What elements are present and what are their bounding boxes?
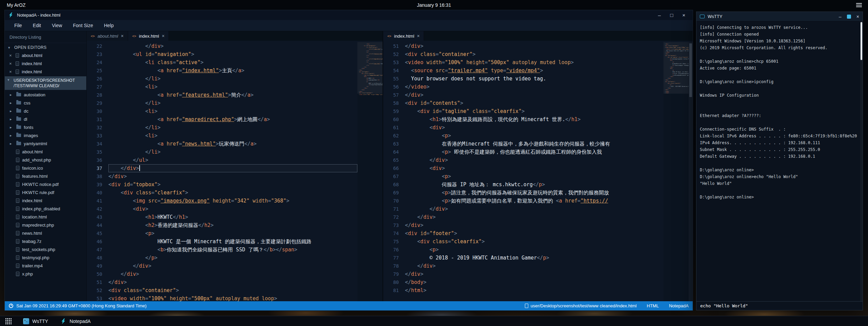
minimap-viewport[interactable] (663, 42, 689, 94)
code-line[interactable]: </div> (405, 213, 663, 221)
code-line[interactable]: </div> (108, 278, 357, 286)
tree-folder-yamlyamlml[interactable]: ▸yamlyamlml (5, 139, 86, 148)
code-line[interactable]: <p>請注意，我們的伺服器為確保玩家及遊玩時的質素，我們對的服務開放 (405, 189, 663, 197)
code-line[interactable]: <div class="clearfix"> (405, 237, 663, 246)
open-editor-item[interactable]: ×about.html (5, 51, 86, 59)
code-line[interactable]: <p> (405, 172, 663, 180)
code-line[interactable]: <h1>特別為建築及鐵路而設，現代化的 Minecraft 世界.</h1> (405, 115, 663, 123)
menu-file[interactable]: File (9, 23, 28, 28)
close-icon[interactable]: × (9, 69, 13, 74)
tree-file-x.php[interactable]: x.php (5, 270, 86, 278)
code-line[interactable]: </div> (108, 164, 357, 172)
tree-file-test_sockets.php[interactable]: test_sockets.php (5, 245, 86, 253)
tree-file-features.html[interactable]: features.html (5, 172, 86, 180)
code-line[interactable]: <p> (108, 229, 357, 237)
tree-folder-dc[interactable]: ▸dc (5, 107, 86, 115)
code-line[interactable]: © 2018 - 2019 HKWTC Animation Gamer</p> (405, 254, 663, 262)
code-line[interactable]: </div> (405, 42, 663, 50)
code-line[interactable]: <li> (108, 83, 357, 91)
aroz-menu-label[interactable]: My ArOZ (0, 2, 25, 8)
minimize-button[interactable]: – (839, 14, 842, 19)
tree-file-add_vhost.php[interactable]: add_vhost.php (5, 156, 86, 164)
code-line[interactable]: <div class="container"> (405, 50, 663, 58)
open-editor-item[interactable]: ×index.html (5, 68, 86, 76)
tree-file-index.html[interactable]: index.html (5, 196, 86, 205)
code-editor-left[interactable]: 2223242526272829303132333435363738394041… (87, 41, 383, 301)
editor-scrollbar[interactable] (689, 42, 693, 301)
code-line[interactable]: </div> (108, 270, 357, 278)
code-area[interactable]: </div> <ul id="navigation"> <li class="a… (108, 42, 357, 301)
code-line[interactable]: Your browser does not support the video … (405, 75, 663, 83)
code-line[interactable]: <h1>HKWTC</h1> (108, 213, 357, 221)
tree-folder-fonts[interactable]: ▸fonts (5, 123, 86, 131)
code-line[interactable]: <div id="contents"> (405, 99, 663, 107)
minimize-button[interactable]: – (654, 10, 665, 20)
menu-view[interactable]: View (47, 23, 68, 28)
tree-file-favicon.ico[interactable]: favicon.ico (5, 164, 86, 172)
tab-index.html[interactable]: <>index.html× (383, 31, 424, 41)
code-line[interactable]: <div id="footer"> (405, 229, 663, 237)
tree-file-location.html[interactable]: location.html (5, 213, 86, 221)
close-button[interactable]: × (678, 10, 689, 20)
close-icon[interactable]: × (121, 33, 124, 39)
taskbar-item-wstty[interactable]: WsTTY (17, 316, 54, 326)
tree-folder-css[interactable]: ▸css (5, 99, 86, 107)
code-line[interactable]: </div> (108, 42, 357, 50)
code-line[interactable]: <h2>香港的建築伺服器</h2> (108, 221, 357, 229)
code-line[interactable]: <p>如有問題或需要申請白名單，歡迎加入我們的 <a href="https:/… (405, 197, 663, 205)
code-line[interactable]: <a href="news.html">玩家傳送門</a> (108, 140, 357, 148)
code-line[interactable]: </li> (108, 148, 357, 156)
tree-file-trailer.mp4[interactable]: trailer.mp4 (5, 262, 86, 270)
code-line[interactable]: <div> (108, 205, 357, 213)
code-line[interactable]: </body> (405, 278, 663, 286)
start-button[interactable] (0, 316, 17, 326)
code-line[interactable]: <ul id="navigation"> (108, 50, 357, 58)
code-line[interactable]: 在香港的Minecraft 伺服器中，多為小遊戲和純生存的伺服器，較少擁有 (405, 140, 663, 148)
wstty-titlebar[interactable]: WsTTY – × (696, 12, 863, 21)
code-line[interactable]: </ul> (108, 156, 357, 164)
code-line[interactable]: <p> (405, 132, 663, 140)
menu-help[interactable]: Help (99, 23, 119, 28)
menu-edit[interactable]: Edit (28, 23, 47, 28)
tree-file-mapredirect.php[interactable]: mapredirect.php (5, 221, 86, 229)
code-line[interactable]: <div class="container"> (108, 286, 357, 294)
tree-file-index.php_disabled[interactable]: index.php_disabled (5, 205, 86, 213)
code-editor-right[interactable]: 5152535455565758596061626364656667686970… (383, 41, 693, 301)
code-line[interactable]: </div> (405, 91, 663, 99)
hamburger-menu-icon[interactable] (856, 3, 862, 7)
code-line[interactable]: HKWTC 是一個 Minecraft 的建築伺服器，主要建築計劃包括鐵路 (108, 237, 357, 246)
close-icon[interactable]: × (417, 33, 420, 39)
tree-folder-autostation[interactable]: ▸autostation (5, 91, 86, 99)
status-language[interactable]: HTML (647, 303, 659, 308)
tree-folder-images[interactable]: ▸images (5, 131, 86, 139)
close-icon[interactable]: × (162, 33, 164, 39)
maximize-button[interactable]: □ (666, 10, 677, 20)
code-line[interactable]: </html> (405, 286, 663, 294)
code-line[interactable]: </div> (405, 262, 663, 270)
code-line[interactable]: </div> (405, 221, 663, 229)
maximize-button[interactable] (847, 15, 851, 19)
code-line[interactable]: <p> 即使你不是建築師，你也能透過紅石師或鐵路工程師的身份加入我 (405, 148, 663, 156)
taskbar-item-notepada[interactable]: NotepadA (54, 316, 97, 326)
code-line[interactable]: <li class="active"> (108, 58, 357, 66)
code-line[interactable]: </div> (405, 156, 663, 164)
code-line[interactable]: <a href="features.html">簡介</a> (108, 91, 357, 99)
code-line[interactable]: <video width="100%" height="500px" autop… (405, 58, 663, 66)
code-line[interactable]: <div id="tagline" class="clearfix"> (405, 107, 663, 115)
code-line[interactable]: <a href="index.html">主頁</a> (108, 66, 357, 75)
notepada-titlebar[interactable]: NotepadA - index.html – □ × (5, 10, 693, 20)
tree-file-news.html[interactable]: news.html (5, 229, 86, 237)
close-icon[interactable]: × (9, 53, 13, 58)
code-line[interactable]: <b>你知道我們全線伺服器已轉用 SSD 了嗎？</b></span> (108, 246, 357, 254)
terminal-input[interactable]: echo "Hello World" (696, 301, 863, 310)
code-line[interactable]: 伺服器 IP 地址為： mcs.hkwtc.org</p> (405, 180, 663, 189)
minimap-viewport[interactable] (357, 42, 383, 94)
tree-file-HKWTC-rule.pdf[interactable]: HKWTC rule.pdf (5, 188, 86, 196)
tree-file-about.html[interactable]: about.html (5, 148, 86, 156)
code-line[interactable]: <a href="mapredirect.php">網上地圖</a> (108, 115, 357, 123)
code-line[interactable]: <li> (108, 132, 357, 140)
code-area[interactable]: </div><div class="container"><video widt… (405, 42, 663, 301)
scrollbar-thumb[interactable] (861, 22, 862, 60)
code-line[interactable]: <img src="images/box.png" height="342" w… (108, 197, 357, 205)
tree-folder-dl[interactable]: ▸dl (5, 115, 86, 123)
